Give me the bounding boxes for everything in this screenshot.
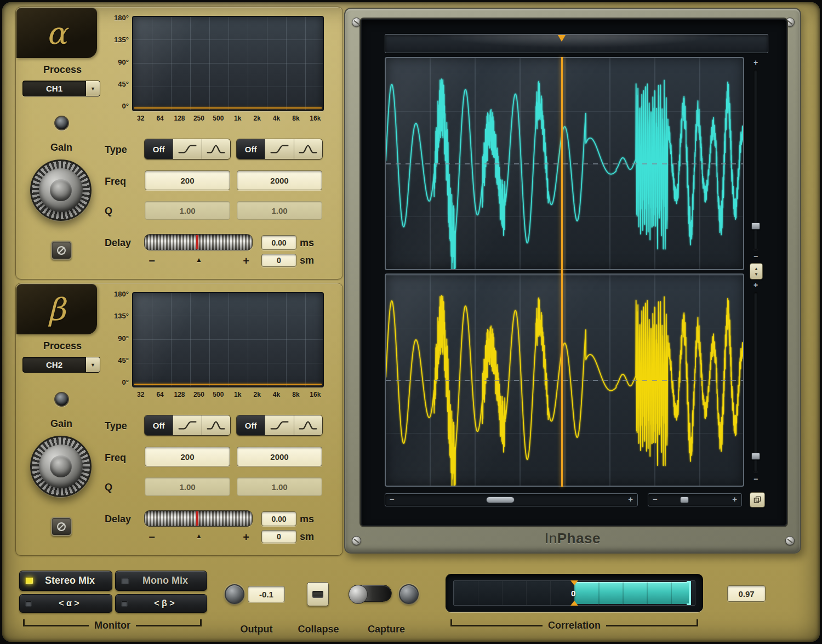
tick-label: 250	[189, 115, 208, 122]
filter2-bell-button[interactable]	[294, 415, 322, 435]
bracket-line	[136, 625, 200, 626]
delay-minus-button[interactable]: −	[145, 255, 158, 267]
zoom-in-label[interactable]: +	[732, 494, 737, 504]
freq1-value[interactable]: 200	[145, 170, 230, 190]
delay-samples-value[interactable]: 0	[261, 530, 296, 543]
scroll-left-label[interactable]: −	[390, 494, 395, 504]
zoom-out-label[interactable]: −	[749, 252, 763, 261]
freq2-value[interactable]: 2000	[237, 447, 322, 466]
scrollbar-thumb[interactable]	[486, 497, 515, 503]
filter1-bell-button[interactable]	[202, 139, 230, 159]
delay-plus-button[interactable]: +	[239, 255, 253, 267]
filter2-off-button[interactable]: Off	[237, 415, 265, 435]
process-value: CH1	[23, 84, 85, 93]
delay-minus-button[interactable]: −	[145, 531, 158, 544]
zoom-out-label[interactable]: −	[653, 494, 658, 504]
output-knob[interactable]	[225, 584, 244, 604]
copy-view-button[interactable]	[750, 492, 765, 508]
process-select[interactable]: CH1 ▼	[22, 81, 100, 96]
freq2-value[interactable]: 2000	[237, 170, 322, 190]
bell-curve-icon	[298, 419, 318, 431]
delay-plus-button[interactable]: +	[239, 531, 253, 544]
gain-led-button[interactable]	[54, 116, 69, 130]
capture-knob[interactable]	[399, 584, 419, 604]
delay-ms-value[interactable]: 0.00	[261, 511, 296, 526]
zoom-in-label[interactable]: +	[749, 58, 763, 67]
filter1-off-button[interactable]: Off	[145, 139, 173, 159]
q1-value[interactable]: 1.00	[145, 477, 230, 496]
delay-label: Delay	[105, 514, 131, 525]
sm-unit-label: sm	[300, 255, 314, 266]
correlation-value[interactable]: 0.97	[727, 585, 766, 602]
delay-samples-value[interactable]: 0	[261, 254, 296, 267]
channel-beta-tab: β	[16, 284, 97, 334]
gain-knob[interactable]	[30, 436, 92, 497]
inphase-plugin-window: α Process CH1 ▼ Gain 180°135°90°45°0° 32…	[0, 0, 822, 644]
sm-unit-label: sm	[300, 531, 314, 543]
filter2-off-button[interactable]: Off	[237, 139, 265, 159]
correlation-zero-marker-icon	[570, 580, 578, 585]
monitor-group-bracket: Monitor	[23, 619, 202, 634]
delay-slider[interactable]	[144, 234, 253, 250]
zoom-in-label[interactable]: +	[749, 281, 763, 289]
delay-slider[interactable]	[144, 510, 253, 527]
filter1-shelf-button[interactable]	[173, 139, 202, 159]
q2-value[interactable]: 1.00	[237, 477, 322, 496]
freq1-value[interactable]: 200	[145, 447, 230, 466]
gain-led-button[interactable]	[54, 392, 69, 407]
collapse-button[interactable]	[307, 582, 329, 606]
process-select[interactable]: CH2 ▼	[22, 357, 100, 373]
overview-strip[interactable]	[385, 34, 768, 53]
stereo-mix-button[interactable]: Stereo Mix	[19, 571, 112, 591]
mono-mix-label: Mono Mix	[129, 575, 201, 586]
filter1-shelf-button[interactable]	[173, 415, 202, 435]
filter2-bell-button[interactable]	[294, 139, 322, 159]
monitor-beta-button[interactable]: < β >	[115, 594, 207, 613]
scroll-right-label[interactable]: +	[628, 494, 633, 504]
q1-value[interactable]: 1.00	[145, 201, 230, 220]
delay-ms-value[interactable]: 0.00	[261, 235, 296, 250]
monitor-beta-led	[121, 601, 128, 607]
plugin-title: InPhase	[345, 530, 800, 547]
vertical-zoom-slider-bottom[interactable]: + −	[749, 282, 763, 482]
tick-label: 128	[170, 115, 189, 122]
vertical-zoom-slider-top[interactable]: + −	[749, 59, 763, 260]
spin-up-icon[interactable]: ▲	[754, 266, 758, 271]
phase-invert-button[interactable]	[51, 241, 72, 260]
horizontal-scrollbar[interactable]: − +	[385, 493, 638, 506]
slider-thumb[interactable]	[751, 223, 760, 230]
mono-mix-button[interactable]: Mono Mix	[115, 571, 207, 591]
monitor-alpha-button[interactable]: < α >	[19, 594, 112, 613]
phase-invert-button[interactable]	[51, 517, 72, 536]
capture-toggle[interactable]	[349, 585, 392, 602]
tick-label: 500	[209, 115, 228, 122]
spin-down-icon[interactable]: ▼	[754, 272, 758, 277]
filter2-shelf-button[interactable]	[265, 415, 294, 435]
slider-track[interactable]	[754, 292, 758, 472]
q2-value[interactable]: 1.00	[237, 201, 322, 220]
waveform-panel-alpha[interactable]	[385, 57, 744, 270]
panel-link-spinner-button[interactable]: ▲ ▼	[750, 263, 763, 280]
playhead-marker-icon[interactable]	[558, 35, 566, 42]
playhead-cursor[interactable]	[561, 57, 563, 487]
waveform-panel-beta[interactable]	[385, 273, 744, 487]
tick-label: 4k	[267, 115, 286, 122]
filter1-bell-button[interactable]	[202, 415, 230, 435]
zoom-out-label[interactable]: −	[749, 475, 763, 483]
horizontal-zoom-slider[interactable]: − +	[648, 493, 742, 506]
slider-thumb[interactable]	[680, 497, 689, 503]
collapse-label: Collapse	[291, 624, 346, 635]
correlation-scale: 0	[453, 580, 695, 606]
q-label: Q	[105, 206, 112, 217]
stereo-mix-led	[25, 577, 33, 584]
tick-label: 128	[170, 391, 189, 398]
slider-thumb[interactable]	[751, 453, 760, 460]
correlation-label: Correlation	[548, 620, 601, 631]
filter1-off-button[interactable]: Off	[145, 415, 173, 435]
gain-knob[interactable]	[30, 159, 92, 221]
filter2-shelf-button[interactable]	[265, 139, 294, 159]
output-value[interactable]: -0.1	[248, 586, 285, 602]
tick-label: 250	[189, 391, 208, 398]
bracket-line	[25, 625, 89, 626]
delay-slider-marker	[196, 235, 198, 249]
